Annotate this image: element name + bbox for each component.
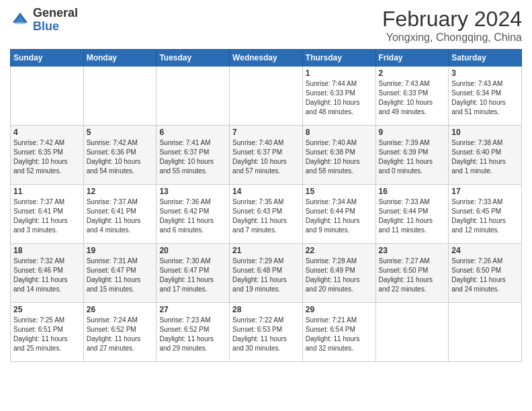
cell-0-0	[11, 66, 84, 126]
day-number-20: 20	[159, 246, 226, 255]
cell-1-6: 10Sunrise: 7:38 AM Sunset: 6:40 PM Dayli…	[449, 126, 522, 185]
day-info-12: Sunrise: 7:37 AM Sunset: 6:41 PM Dayligh…	[87, 197, 154, 235]
week-row-2: 11Sunrise: 7:37 AM Sunset: 6:41 PM Dayli…	[11, 185, 522, 244]
day-info-1: Sunrise: 7:44 AM Sunset: 6:33 PM Dayligh…	[306, 79, 373, 117]
day-info-4: Sunrise: 7:42 AM Sunset: 6:35 PM Dayligh…	[13, 138, 81, 176]
cell-2-1: 12Sunrise: 7:37 AM Sunset: 6:41 PM Dayli…	[83, 185, 157, 244]
day-number-8: 8	[306, 128, 373, 137]
day-info-20: Sunrise: 7:30 AM Sunset: 6:47 PM Dayligh…	[159, 257, 226, 294]
logo: General Blue	[10, 7, 78, 34]
day-number-25: 25	[13, 305, 81, 314]
cell-3-1: 19Sunrise: 7:31 AM Sunset: 6:47 PM Dayli…	[83, 244, 157, 303]
day-number-18: 18	[13, 246, 81, 255]
day-number-21: 21	[232, 246, 300, 255]
month-title: February 2024	[382, 7, 522, 32]
day-info-19: Sunrise: 7:31 AM Sunset: 6:47 PM Dayligh…	[87, 257, 154, 294]
day-number-24: 24	[451, 246, 519, 255]
week-row-1: 4Sunrise: 7:42 AM Sunset: 6:35 PM Daylig…	[11, 126, 522, 185]
cell-2-0: 11Sunrise: 7:37 AM Sunset: 6:41 PM Dayli…	[11, 185, 84, 244]
day-info-11: Sunrise: 7:37 AM Sunset: 6:41 PM Dayligh…	[13, 197, 81, 235]
day-info-21: Sunrise: 7:29 AM Sunset: 6:48 PM Dayligh…	[232, 257, 300, 294]
title-block: February 2024 Yongxing, Chongqing, China	[382, 7, 522, 44]
header-row: SundayMondayTuesdayWednesdayThursdayFrid…	[11, 50, 522, 66]
day-info-18: Sunrise: 7:32 AM Sunset: 6:46 PM Dayligh…	[13, 257, 81, 294]
header-saturday: Saturday	[449, 50, 522, 66]
day-number-16: 16	[379, 187, 446, 196]
logo-icon	[10, 10, 30, 30]
cell-0-3	[230, 66, 303, 126]
logo-blue: Blue	[33, 19, 59, 33]
day-info-5: Sunrise: 7:42 AM Sunset: 6:36 PM Dayligh…	[87, 138, 154, 176]
cell-3-6: 24Sunrise: 7:26 AM Sunset: 6:50 PM Dayli…	[449, 244, 522, 303]
cell-4-1: 26Sunrise: 7:24 AM Sunset: 6:52 PM Dayli…	[83, 303, 157, 362]
day-info-2: Sunrise: 7:43 AM Sunset: 6:33 PM Dayligh…	[379, 79, 446, 117]
day-number-6: 6	[159, 128, 226, 137]
header-tuesday: Tuesday	[157, 50, 230, 66]
day-number-1: 1	[306, 68, 373, 78]
day-info-24: Sunrise: 7:26 AM Sunset: 6:50 PM Dayligh…	[451, 257, 519, 294]
day-number-23: 23	[379, 246, 446, 255]
cell-0-6: 3Sunrise: 7:43 AM Sunset: 6:34 PM Daylig…	[449, 66, 522, 126]
cell-0-5: 2Sunrise: 7:43 AM Sunset: 6:33 PM Daylig…	[375, 66, 449, 126]
cell-2-3: 14Sunrise: 7:35 AM Sunset: 6:43 PM Dayli…	[230, 185, 303, 244]
day-number-22: 22	[306, 246, 373, 255]
day-info-25: Sunrise: 7:25 AM Sunset: 6:51 PM Dayligh…	[13, 316, 81, 353]
header-thursday: Thursday	[302, 50, 375, 66]
day-number-3: 3	[451, 68, 519, 78]
week-row-0: 1Sunrise: 7:44 AM Sunset: 6:33 PM Daylig…	[11, 66, 522, 126]
day-info-9: Sunrise: 7:39 AM Sunset: 6:39 PM Dayligh…	[379, 138, 446, 176]
day-info-23: Sunrise: 7:27 AM Sunset: 6:50 PM Dayligh…	[379, 257, 446, 294]
cell-1-4: 8Sunrise: 7:40 AM Sunset: 6:38 PM Daylig…	[302, 126, 375, 185]
day-number-7: 7	[232, 128, 300, 137]
day-number-9: 9	[379, 128, 446, 137]
cell-0-4: 1Sunrise: 7:44 AM Sunset: 6:33 PM Daylig…	[302, 66, 375, 126]
day-number-14: 14	[232, 187, 300, 196]
cell-2-4: 15Sunrise: 7:34 AM Sunset: 6:44 PM Dayli…	[302, 185, 375, 244]
cell-3-2: 20Sunrise: 7:30 AM Sunset: 6:47 PM Dayli…	[157, 244, 230, 303]
cell-1-0: 4Sunrise: 7:42 AM Sunset: 6:35 PM Daylig…	[11, 126, 84, 185]
day-info-7: Sunrise: 7:40 AM Sunset: 6:37 PM Dayligh…	[232, 138, 300, 176]
cell-1-1: 5Sunrise: 7:42 AM Sunset: 6:36 PM Daylig…	[83, 126, 157, 185]
day-number-2: 2	[379, 68, 446, 78]
day-number-19: 19	[87, 246, 154, 255]
day-info-27: Sunrise: 7:23 AM Sunset: 6:52 PM Dayligh…	[159, 316, 226, 353]
calendar-body: 1Sunrise: 7:44 AM Sunset: 6:33 PM Daylig…	[11, 66, 522, 362]
day-info-22: Sunrise: 7:28 AM Sunset: 6:49 PM Dayligh…	[306, 257, 373, 294]
day-number-13: 13	[159, 187, 226, 196]
day-info-8: Sunrise: 7:40 AM Sunset: 6:38 PM Dayligh…	[306, 138, 373, 176]
logo-text: General Blue	[33, 7, 78, 34]
cell-4-0: 25Sunrise: 7:25 AM Sunset: 6:51 PM Dayli…	[11, 303, 84, 362]
day-info-29: Sunrise: 7:21 AM Sunset: 6:54 PM Dayligh…	[306, 316, 373, 353]
day-info-10: Sunrise: 7:38 AM Sunset: 6:40 PM Dayligh…	[451, 138, 519, 176]
header: General Blue February 2024 Yongxing, Cho…	[10, 7, 522, 44]
cell-1-5: 9Sunrise: 7:39 AM Sunset: 6:39 PM Daylig…	[375, 126, 449, 185]
day-number-15: 15	[306, 187, 373, 196]
cell-2-2: 13Sunrise: 7:36 AM Sunset: 6:42 PM Dayli…	[157, 185, 230, 244]
week-row-4: 25Sunrise: 7:25 AM Sunset: 6:51 PM Dayli…	[11, 303, 522, 362]
header-wednesday: Wednesday	[230, 50, 303, 66]
calendar-header: SundayMondayTuesdayWednesdayThursdayFrid…	[11, 50, 522, 66]
cell-1-2: 6Sunrise: 7:41 AM Sunset: 6:37 PM Daylig…	[157, 126, 230, 185]
day-info-17: Sunrise: 7:33 AM Sunset: 6:45 PM Dayligh…	[451, 197, 519, 235]
day-info-3: Sunrise: 7:43 AM Sunset: 6:34 PM Dayligh…	[451, 79, 519, 117]
day-number-27: 27	[159, 305, 226, 314]
cell-2-5: 16Sunrise: 7:33 AM Sunset: 6:44 PM Dayli…	[375, 185, 449, 244]
day-info-28: Sunrise: 7:22 AM Sunset: 6:53 PM Dayligh…	[232, 316, 300, 353]
cell-3-0: 18Sunrise: 7:32 AM Sunset: 6:46 PM Dayli…	[11, 244, 84, 303]
day-number-17: 17	[451, 187, 519, 196]
cell-4-5	[375, 303, 449, 362]
cell-4-6	[449, 303, 522, 362]
day-number-28: 28	[232, 305, 300, 314]
calendar: SundayMondayTuesdayWednesdayThursdayFrid…	[10, 49, 522, 362]
location: Yongxing, Chongqing, China	[382, 32, 522, 44]
cell-4-4: 29Sunrise: 7:21 AM Sunset: 6:54 PM Dayli…	[302, 303, 375, 362]
header-monday: Monday	[83, 50, 157, 66]
cell-0-1	[83, 66, 157, 126]
day-info-6: Sunrise: 7:41 AM Sunset: 6:37 PM Dayligh…	[159, 138, 226, 176]
day-number-12: 12	[87, 187, 154, 196]
day-number-5: 5	[87, 128, 154, 137]
cell-4-2: 27Sunrise: 7:23 AM Sunset: 6:52 PM Dayli…	[157, 303, 230, 362]
cell-3-5: 23Sunrise: 7:27 AM Sunset: 6:50 PM Dayli…	[375, 244, 449, 303]
day-info-26: Sunrise: 7:24 AM Sunset: 6:52 PM Dayligh…	[87, 316, 154, 353]
cell-2-6: 17Sunrise: 7:33 AM Sunset: 6:45 PM Dayli…	[449, 185, 522, 244]
